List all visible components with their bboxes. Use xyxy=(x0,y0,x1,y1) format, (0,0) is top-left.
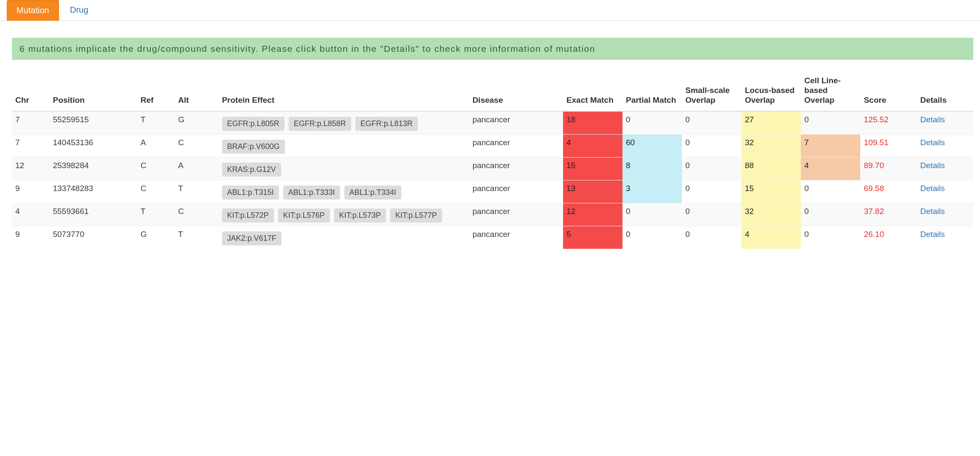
cell-details: Details xyxy=(917,111,973,135)
cell-ref: C xyxy=(137,158,175,180)
cell-alt: A xyxy=(175,158,218,180)
details-link[interactable]: Details xyxy=(920,161,945,170)
details-link[interactable]: Details xyxy=(920,207,945,216)
protein-effect-pill[interactable]: JAK2:p.V617F xyxy=(222,231,282,245)
cell-locus: 32 xyxy=(741,135,801,158)
col-position[interactable]: Position xyxy=(49,72,137,111)
col-locus[interactable]: Locus-based Overlap xyxy=(741,72,801,111)
mutations-table: Chr Position Ref Alt Protein Effect Dise… xyxy=(12,72,973,249)
cell-disease: pancancer xyxy=(469,135,563,158)
cell-exact: 15 xyxy=(563,158,622,180)
protein-effect-pill[interactable]: KIT:p.L577P xyxy=(390,208,442,222)
protein-effect-pill[interactable]: KRAS:p.G12V xyxy=(222,163,281,177)
cell-ref: A xyxy=(137,135,175,158)
details-link[interactable]: Details xyxy=(920,115,945,124)
cell-alt: C xyxy=(175,135,218,158)
cell-ref: T xyxy=(137,203,175,226)
col-details[interactable]: Details xyxy=(917,72,973,111)
cell-details: Details xyxy=(917,226,973,249)
cell-locus: 27 xyxy=(741,111,801,135)
protein-effect-pill[interactable]: EGFR:p.L813R xyxy=(355,117,418,131)
cell-partial: 60 xyxy=(622,135,682,158)
cell-cell: 4 xyxy=(801,158,860,180)
cell-small: 0 xyxy=(682,226,741,249)
cell-partial: 3 xyxy=(622,180,682,203)
score-value: 69.58 xyxy=(864,184,884,193)
cell-details: Details xyxy=(917,180,973,203)
protein-effect-pill[interactable]: BRAF:p.V600G xyxy=(222,140,285,154)
cell-locus: 88 xyxy=(741,158,801,180)
protein-effect-pill[interactable]: KIT:p.L573P xyxy=(334,208,386,222)
tab-bar: Mutation Drug xyxy=(0,0,980,21)
cell-exact: 4 xyxy=(563,135,622,158)
tab-drug[interactable]: Drug xyxy=(61,0,98,20)
cell-locus: 15 xyxy=(741,180,801,203)
cell-exact: 13 xyxy=(563,180,622,203)
protein-effect-pill[interactable]: ABL1:p.T315I xyxy=(222,186,279,200)
cell-cell: 0 xyxy=(801,203,860,226)
protein-effect-pill[interactable]: KIT:p.L576P xyxy=(278,208,330,222)
cell-exact: 5 xyxy=(563,226,622,249)
col-score[interactable]: Score xyxy=(860,72,917,111)
protein-effect-pill[interactable]: EGFR:p.L858R xyxy=(289,117,351,131)
cell-partial: 8 xyxy=(622,158,682,180)
details-link[interactable]: Details xyxy=(920,184,945,193)
col-protein[interactable]: Protein Effect xyxy=(219,72,469,111)
tab-mutation[interactable]: Mutation xyxy=(7,0,59,21)
details-link[interactable]: Details xyxy=(920,138,945,147)
cell-exact: 18 xyxy=(563,111,622,135)
cell-ref: T xyxy=(137,111,175,135)
cell-chr: 9 xyxy=(12,226,49,249)
cell-small: 0 xyxy=(682,203,741,226)
cell-disease: pancancer xyxy=(469,226,563,249)
protein-effect-pill[interactable]: ABL1:p.T333I xyxy=(283,186,340,200)
cell-alt: T xyxy=(175,180,218,203)
cell-score: 109.51 xyxy=(860,135,917,158)
cell-disease: pancancer xyxy=(469,158,563,180)
cell-ref: G xyxy=(137,226,175,249)
cell-disease: pancancer xyxy=(469,111,563,135)
col-chr[interactable]: Chr xyxy=(12,72,49,111)
table-row: 95073770GTJAK2:p.V617Fpancancer5004026.1… xyxy=(12,226,973,249)
cell-position: 55593661 xyxy=(49,203,137,226)
cell-alt: G xyxy=(175,111,218,135)
cell-position: 140453136 xyxy=(49,135,137,158)
cell-cell: 7 xyxy=(801,135,860,158)
protein-effect-pill[interactable]: EGFR:p.L805R xyxy=(222,117,284,131)
col-cell[interactable]: Cell Line-based Overlap xyxy=(801,72,860,111)
protein-effect-pill[interactable]: ABL1:p.T334I xyxy=(344,186,401,200)
col-small[interactable]: Small-scale Overlap xyxy=(682,72,741,111)
cell-alt: C xyxy=(175,203,218,226)
cell-partial: 0 xyxy=(622,226,682,249)
cell-protein: EGFR:p.L805REGFR:p.L858REGFR:p.L813R xyxy=(219,111,469,135)
cell-disease: pancancer xyxy=(469,203,563,226)
score-value: 26.10 xyxy=(864,230,884,239)
cell-partial: 0 xyxy=(622,203,682,226)
score-value: 125.52 xyxy=(864,115,888,124)
col-disease[interactable]: Disease xyxy=(469,72,563,111)
col-partial[interactable]: Partial Match xyxy=(622,72,682,111)
cell-cell: 0 xyxy=(801,180,860,203)
cell-cell: 0 xyxy=(801,226,860,249)
cell-cell: 0 xyxy=(801,111,860,135)
cell-small: 0 xyxy=(682,158,741,180)
cell-position: 5073770 xyxy=(49,226,137,249)
col-alt[interactable]: Alt xyxy=(175,72,218,111)
col-exact[interactable]: Exact Match xyxy=(563,72,622,111)
cell-chr: 9 xyxy=(12,180,49,203)
table-header-row: Chr Position Ref Alt Protein Effect Dise… xyxy=(12,72,973,111)
cell-ref: C xyxy=(137,180,175,203)
col-ref[interactable]: Ref xyxy=(137,72,175,111)
score-value: 37.82 xyxy=(864,207,884,216)
cell-chr: 7 xyxy=(12,111,49,135)
cell-protein: BRAF:p.V600G xyxy=(219,135,469,158)
table-row: 455593661TCKIT:p.L572PKIT:p.L576PKIT:p.L… xyxy=(12,203,973,226)
cell-score: 69.58 xyxy=(860,180,917,203)
score-value: 109.51 xyxy=(864,138,888,147)
cell-locus: 4 xyxy=(741,226,801,249)
details-link[interactable]: Details xyxy=(920,230,945,239)
cell-chr: 4 xyxy=(12,203,49,226)
protein-effect-pill[interactable]: KIT:p.L572P xyxy=(222,208,274,222)
cell-locus: 32 xyxy=(741,203,801,226)
cell-details: Details xyxy=(917,203,973,226)
